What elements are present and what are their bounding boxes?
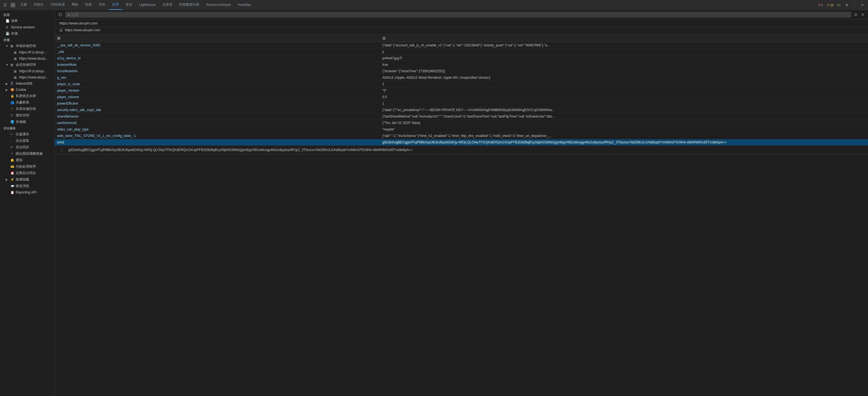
cache-icon: ⏱ <box>10 114 14 117</box>
table-row[interactable]: powerEfficient1 <box>55 101 868 107</box>
sync-icon: ⟳ <box>10 145 14 149</box>
table-row[interactable]: player_volume0.5 <box>55 94 868 101</box>
sidebar-item-notifications[interactable]: 🔔 通知 <box>0 157 55 163</box>
tab-security[interactable]: 安全 <box>122 0 136 10</box>
sidebar-item-local-storage[interactable]: ▼ ▦ 本地存储空间 <box>0 43 55 49</box>
tab-perf-data[interactable]: 性能数据分析 <box>176 0 203 10</box>
ls2-label: https://www.douyi... <box>19 57 52 60</box>
sidebar-item-cache-space[interactable]: ⏱ 缓存空间 <box>0 112 55 119</box>
table-icon: ▦ <box>10 44 14 48</box>
sidebar-item-indexeddb[interactable]: ▶ 🗄 IndexedDB <box>0 80 55 87</box>
table-row[interactable]: useShortcut2{"Thu Jan 02 2025":false} <box>55 120 868 126</box>
table-icon: ▦ <box>14 76 18 79</box>
table-cell-key: g_ven <box>55 75 380 81</box>
refresh-button[interactable] <box>57 11 64 18</box>
cookie-label: Cookie <box>16 88 52 92</box>
table-row[interactable]: g_venANGLE (Apple, ANGLE Metal Renderer:… <box>55 75 868 81</box>
info-badge[interactable]: ℹ 1 <box>836 3 842 7</box>
table-cell-value: {"aid":"-1","tncSchema":{"ttnet_h2_enabl… <box>380 133 868 139</box>
table-row[interactable]: xmstg9ZdvihzgBECggmfTujP6BbXqx3BJtU6qxIb… <box>55 139 868 146</box>
share-icon: ↗ <box>10 107 14 111</box>
sidebar-item-manifest[interactable]: 📄 清单 <box>0 18 55 24</box>
sidebar-item-storage-overview[interactable]: 💾 存储 <box>0 30 55 37</box>
table-row[interactable]: __tea_sdk_ab_version_6383{"data":{"accou… <box>55 42 868 49</box>
sidebar-item-bfcache[interactable]: ↩ 往返缓存 <box>0 131 55 138</box>
sidebar-item-bg-sync[interactable]: ⟳ 后台同步 <box>0 144 55 150</box>
url-bar: https://www.douyin.com <box>55 20 868 27</box>
tab-network[interactable]: 网络 <box>68 0 82 10</box>
sidebar-item-shared-storage[interactable]: ↗ 共享存储空间 <box>0 106 55 112</box>
tab-elements[interactable]: 元素 <box>17 0 30 10</box>
sidebar-item-speculation[interactable]: ▶ ⚡ 推测加载 <box>0 176 55 183</box>
shared-storage-label: 共享存储空间 <box>16 107 52 111</box>
table-cell-key: forceMuteInfo <box>55 68 380 75</box>
sidebar-item-interest-group[interactable]: 👥 兴趣群体 <box>0 99 55 106</box>
sidebar-item-ls1[interactable]: ▦ https://lf-zt.douyi... <box>0 49 55 55</box>
tab-application[interactable]: 应用 <box>109 0 122 10</box>
sidebar-item-ss2[interactable]: ▦ https://www.douyi... <box>0 74 55 80</box>
source-bar: 源 https://www.douyin.com <box>55 27 868 35</box>
fetch-icon: ↓ <box>10 139 14 143</box>
table-cell-value: 0.5 <box>380 94 868 101</box>
inspect-icon[interactable] <box>9 1 17 9</box>
tab-recorder[interactable]: 记录器 <box>159 0 176 10</box>
sidebar-item-bg-fetch[interactable]: ↓ 后台提取 <box>0 138 55 144</box>
sidebar-item-push[interactable]: 📨 推送消息 <box>0 183 55 189</box>
sidebar-item-periodic-sync[interactable]: ⏰ 定期后台同步 <box>0 170 55 176</box>
filter-input[interactable] <box>71 13 849 17</box>
table-row[interactable]: player_miniwin"0" <box>55 87 868 94</box>
content-area: ⊟ ⊘ ✕ https://www.douyin.com 源 https://w… <box>55 10 868 396</box>
table-row[interactable]: browserMutetrue <box>55 62 868 68</box>
table-row[interactable]: forceMuteInfo{"browser":{"showTime":1735… <box>55 68 868 75</box>
more-button[interactable]: ⋮ <box>851 2 858 8</box>
expand-icon: ▶ <box>6 88 9 91</box>
error-badge[interactable]: ✕ 2 <box>816 3 824 7</box>
sidebar-item-session-storage[interactable]: ▼ ▦ 会话存储空间 <box>0 62 55 68</box>
tab-performance[interactable]: 性能 <box>82 0 95 10</box>
sidebar-item-storage-bucket[interactable]: 🪣 存储桶 <box>0 119 55 125</box>
sidebar-item-private-token[interactable]: 🔒 私密状态令牌 <box>0 93 55 99</box>
table-row[interactable]: security-sdk/s_sdk_crypt_sdk{"data":{"\"… <box>55 107 868 113</box>
col-value-header: 值 <box>380 35 868 42</box>
toolbar-right: ✕ 2 ⚠ 18 ℹ 1 ⚙ ⋮ ✕ <box>816 2 867 8</box>
sidebar-item-payment[interactable]: 💳 付款处理程序 <box>0 163 55 170</box>
tab-lighthouse[interactable]: Lighthouse <box>136 0 159 10</box>
menu-icon[interactable]: ☰ <box>1 1 9 9</box>
table-row[interactable]: a11y_device_idp44w47gzp7l <box>55 55 868 62</box>
tab-resources-saver[interactable]: ResourcesSaver <box>203 0 235 10</box>
lock-icon: 🔒 <box>10 94 14 98</box>
storage-section-title: 存储 <box>0 37 55 43</box>
close-button[interactable]: ✕ <box>859 2 866 8</box>
sidebar-item-ls2[interactable]: ▦ https://www.douyi... <box>0 55 55 62</box>
info-icon: ℹ <box>837 3 838 7</box>
table-row[interactable]: shareBehavior{"lastShareMethod":null,"im… <box>55 113 868 120</box>
close-filter-button[interactable]: ✕ <box>860 12 866 18</box>
expand-icon: ▶ <box>6 178 9 181</box>
tab-source[interactable]: 代码/来源 <box>47 0 68 10</box>
warning-badge[interactable]: ⚠ 18 <box>825 3 835 7</box>
sidebar-item-reporting[interactable]: 📋 Reporting API <box>0 189 55 195</box>
sidebar-item-ss1[interactable]: ▦ https://lf-zt.douyi... <box>0 68 55 74</box>
bfcache-label: 往返缓存 <box>16 132 52 137</box>
sidebar-item-cookie[interactable]: ▶ 🍪 Cookie <box>0 87 55 93</box>
sidebar-item-bounce[interactable]: ↗ 跳出跟踪缓解措施 <box>0 150 55 157</box>
expand-icon: ▼ <box>6 45 9 48</box>
tab-memory[interactable]: 内存 <box>95 0 109 10</box>
table-cell-key: __tea_sdk_ab_version_6383 <box>55 42 380 49</box>
clear-button[interactable]: ⊘ <box>853 12 859 18</box>
table-cell-key: xmst <box>55 139 380 146</box>
table-row[interactable]: web_store_TNC_STORE_V1_1_tnc_config_tabl… <box>55 133 868 139</box>
table-row[interactable]: video_can_play_type"maybe" <box>55 126 868 133</box>
table-row[interactable]: _sdsy <box>55 49 868 55</box>
tab-console[interactable]: 控制台 <box>30 0 47 10</box>
app-section-title: 应用 <box>0 12 55 18</box>
table-row[interactable]: player_is_mute1 <box>55 81 868 87</box>
tab-hackbar[interactable]: HackBar <box>235 0 254 10</box>
settings-button[interactable]: ⚙ <box>843 2 850 8</box>
table-cell-value: {"data":{"account_sdk_js_ch_enable_v1":{… <box>380 42 868 49</box>
detail-cell: 1g9ZdvihzgBECggmfTujP6BbXqx3BJtU6qxIbDdV… <box>55 146 868 154</box>
push-icon: 📨 <box>10 184 14 188</box>
sidebar-item-service-workers[interactable]: ⚙ Service workers <box>0 24 55 30</box>
manifest-label: 清单 <box>11 19 52 23</box>
sub-toolbar: ⊟ ⊘ ✕ <box>55 10 868 20</box>
